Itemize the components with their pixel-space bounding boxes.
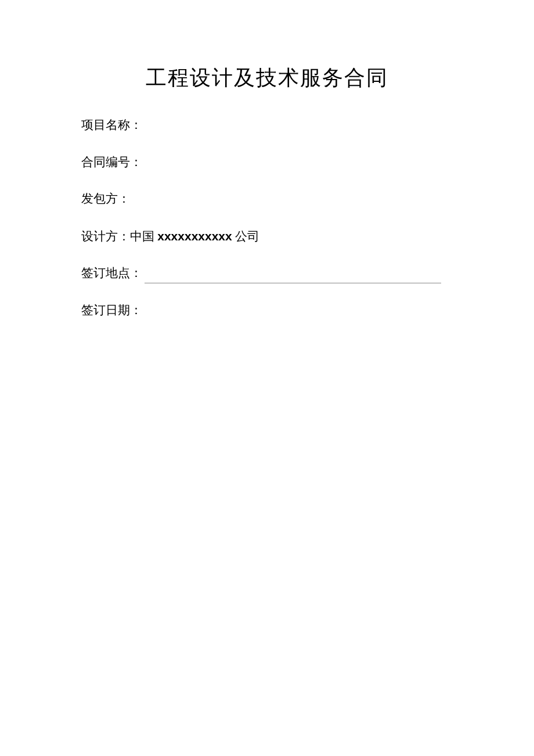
document-page: 工程设计及技术服务合同 项目名称： 合同编号： 发包方： 设计方： 中国 xxx… [0,0,534,321]
designer-value-bold: xxxxxxxxxxx [157,229,232,243]
designer-value-prefix: 中国 [130,229,157,243]
document-title: 工程设计及技术服务合同 [81,64,453,92]
field-sign-location: 签订地点： [81,264,453,283]
sign-location-underline [145,269,441,283]
sign-location-label: 签订地点： [81,264,142,283]
field-designer: 设计方： 中国 xxxxxxxxxxx 公司 [81,226,453,247]
field-contract-number: 合同编号： [81,153,453,172]
sign-date-label: 签订日期： [81,301,142,321]
project-name-label: 项目名称： [81,116,142,135]
designer-value: 中国 xxxxxxxxxxx 公司 [130,226,259,247]
field-employer: 发包方： [81,189,453,209]
designer-value-suffix: 公司 [232,229,259,243]
employer-label: 发包方： [81,189,130,209]
field-sign-date: 签订日期： [81,301,453,321]
designer-label: 设计方： [81,227,130,247]
field-project-name: 项目名称： [81,116,453,135]
contract-number-label: 合同编号： [81,153,142,172]
